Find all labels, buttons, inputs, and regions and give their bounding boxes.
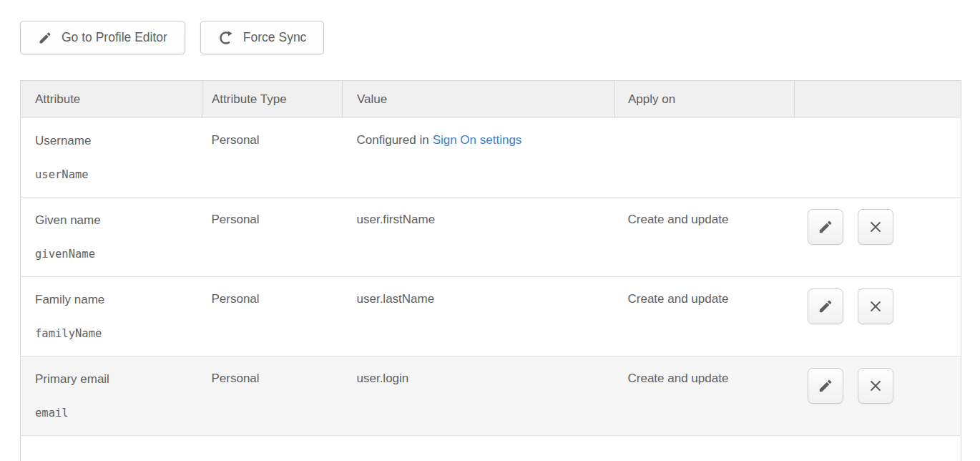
attribute-cell: Username userName bbox=[21, 118, 202, 198]
apply-on-value: Create and update bbox=[628, 372, 729, 385]
attribute-cell: Family name familyName bbox=[21, 277, 202, 356]
table-row: Username userName Personal Configured in… bbox=[21, 118, 961, 198]
table-header: Attribute Attribute Type Value Apply on bbox=[21, 81, 961, 118]
value-expression: user.login bbox=[357, 372, 409, 385]
pencil-icon bbox=[38, 31, 52, 45]
apply-on-value: Create and update bbox=[628, 292, 729, 306]
attribute-type-value: Personal bbox=[212, 292, 260, 306]
column-header-attribute-type: Attribute Type bbox=[202, 81, 343, 118]
table-row: Primary email email Personal user.login … bbox=[21, 356, 961, 436]
table-row-partial bbox=[21, 436, 961, 461]
attribute-type-cell: Personal bbox=[202, 198, 343, 277]
refresh-icon bbox=[218, 30, 234, 46]
attribute-variable-name: givenName bbox=[35, 247, 195, 261]
column-header-actions bbox=[795, 81, 961, 118]
go-to-profile-editor-button[interactable]: Go to Profile Editor bbox=[20, 21, 185, 54]
edit-attribute-button[interactable] bbox=[808, 288, 843, 324]
column-header-attribute: Attribute bbox=[21, 81, 202, 118]
force-sync-button[interactable]: Force Sync bbox=[200, 21, 325, 54]
column-header-value: Value bbox=[343, 81, 615, 118]
close-icon bbox=[868, 378, 883, 394]
table-row: Given name givenName Personal user.first… bbox=[21, 198, 961, 277]
attribute-display-name: Given name bbox=[35, 213, 195, 228]
attribute-type-value: Personal bbox=[212, 372, 260, 385]
attribute-type-cell: Personal bbox=[202, 277, 343, 356]
table-row: Family name familyName Personal user.las… bbox=[21, 277, 961, 356]
close-icon bbox=[868, 299, 883, 314]
row-actions bbox=[808, 224, 893, 238]
actions-cell bbox=[795, 277, 961, 356]
actions-cell bbox=[795, 118, 961, 198]
row-actions bbox=[808, 304, 893, 317]
edit-attribute-button[interactable] bbox=[808, 209, 843, 245]
column-header-apply-on: Apply on bbox=[615, 81, 795, 118]
go-to-profile-editor-label: Go to Profile Editor bbox=[62, 30, 167, 45]
attribute-type-cell: Personal bbox=[202, 356, 343, 436]
apply-on-value: Create and update bbox=[628, 213, 729, 226]
attribute-table-body: Username userName Personal Configured in… bbox=[21, 118, 961, 436]
remove-attribute-button[interactable] bbox=[858, 288, 893, 324]
attribute-type-value: Personal bbox=[212, 213, 260, 226]
apply-on-cell: Create and update bbox=[615, 198, 795, 277]
attribute-display-name: Family name bbox=[35, 292, 195, 307]
close-icon bbox=[868, 219, 883, 235]
remove-attribute-button[interactable] bbox=[858, 368, 893, 404]
toolbar: Go to Profile Editor Force Sync bbox=[0, 0, 980, 54]
attribute-variable-name: email bbox=[35, 406, 195, 420]
attribute-cell: Given name givenName bbox=[21, 198, 202, 277]
attribute-type-cell: Personal bbox=[202, 118, 343, 198]
actions-cell bbox=[795, 198, 961, 277]
apply-on-cell: Create and update bbox=[615, 277, 795, 356]
row-actions bbox=[808, 383, 893, 397]
value-cell: user.firstName bbox=[343, 198, 615, 277]
value-expression: user.firstName bbox=[357, 213, 436, 226]
apply-on-cell: Create and update bbox=[615, 356, 795, 436]
actions-cell bbox=[795, 356, 961, 436]
value-cell: user.login bbox=[343, 356, 615, 436]
attribute-variable-name: familyName bbox=[35, 326, 195, 341]
attribute-type-value: Personal bbox=[212, 133, 260, 147]
sign-on-settings-link[interactable]: Sign On settings bbox=[433, 133, 522, 147]
attribute-display-name: Primary email bbox=[35, 372, 195, 387]
value-prefix-text: Configured in bbox=[357, 133, 429, 147]
attribute-variable-name: userName bbox=[35, 168, 195, 182]
attribute-display-name: Username bbox=[35, 133, 195, 148]
apply-on-cell bbox=[615, 118, 795, 198]
attribute-mapping-table: Attribute Attribute Type Value Apply on … bbox=[20, 80, 961, 461]
attribute-cell: Primary email email bbox=[21, 356, 202, 436]
force-sync-label: Force Sync bbox=[243, 30, 307, 45]
value-cell: Configured inSign On settings bbox=[343, 118, 615, 198]
value-expression: user.lastName bbox=[357, 292, 435, 306]
remove-attribute-button[interactable] bbox=[858, 209, 893, 245]
pencil-icon bbox=[818, 378, 833, 394]
edit-attribute-button[interactable] bbox=[808, 368, 843, 404]
value-cell: user.lastName bbox=[343, 277, 615, 356]
attribute-table-overflow bbox=[21, 436, 961, 461]
pencil-icon bbox=[818, 219, 833, 235]
pencil-icon bbox=[818, 299, 833, 314]
